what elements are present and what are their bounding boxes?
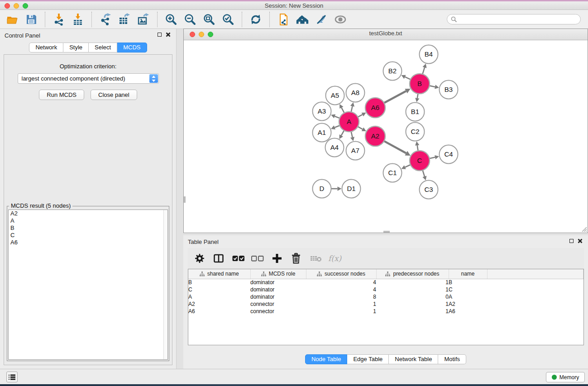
tab-mcds[interactable]: MCDS	[117, 43, 147, 52]
control-panel-tabs: NetworkStyleSelectMCDS	[0, 43, 176, 52]
close-panel-icon[interactable]	[166, 32, 171, 37]
table-row[interactable]: A2connector11A2	[188, 300, 583, 308]
edge-B-B4[interactable]	[422, 67, 425, 74]
refresh-icon[interactable]	[249, 13, 263, 26]
edge-C-C1[interactable]	[405, 165, 411, 167]
eye-icon[interactable]	[334, 13, 347, 26]
result-item[interactable]: A	[9, 217, 167, 224]
edge-A-A4[interactable]	[341, 130, 344, 135]
add-column-icon[interactable]	[272, 252, 282, 265]
network-document-icon[interactable]	[277, 13, 290, 26]
arrowhead-icon	[415, 141, 419, 146]
search-field[interactable]	[447, 14, 581, 24]
result-item[interactable]: A6	[9, 239, 167, 246]
import-table-icon[interactable]	[71, 13, 85, 26]
network-window-titlebar[interactable]: testGlobe.txt	[184, 29, 588, 40]
tab-node-table[interactable]: Node Table	[305, 354, 348, 364]
table-row[interactable]: Adominator80A	[188, 293, 583, 300]
gear-icon[interactable]	[194, 252, 205, 265]
table-row[interactable]: Cdominator41C	[188, 286, 583, 293]
run-mcds-button[interactable]: Run MCDS	[39, 90, 84, 100]
edge-A6-B[interactable]	[384, 91, 406, 103]
trash-icon[interactable]	[291, 252, 301, 265]
criterion-select[interactable]: largest connected component (directed)	[18, 73, 159, 84]
tab-style[interactable]: Style	[63, 43, 89, 52]
zoom-in-icon[interactable]	[164, 13, 178, 26]
edge-A-A2[interactable]	[358, 127, 363, 129]
save-icon[interactable]	[24, 13, 38, 26]
result-list-scrollbar[interactable]	[163, 210, 167, 359]
import-network-icon[interactable]	[52, 13, 66, 26]
table-panel-title: Table Panel	[188, 238, 219, 245]
zoom-selected-icon[interactable]	[221, 13, 235, 26]
list-icon	[9, 374, 15, 380]
edge-C-C2[interactable]	[417, 145, 418, 151]
edge-A-A8[interactable]	[351, 106, 353, 112]
close-panel-button[interactable]: Close panel	[91, 90, 137, 100]
function-slash-icon[interactable]: f	[315, 13, 328, 26]
edge-A-A3[interactable]	[335, 116, 339, 118]
control-panel: Control Panel NetworkStyleSelectMCDS Opt…	[0, 29, 177, 369]
select-all-icon[interactable]	[232, 252, 245, 265]
edge-C-C3[interactable]	[423, 170, 425, 176]
edge-B-B1[interactable]	[417, 94, 418, 98]
edge-A-A7[interactable]	[351, 131, 353, 137]
desktop-strip-bottom	[0, 384, 588, 386]
function-builder-icon: f(x)	[328, 254, 341, 263]
tab-motifs[interactable]: Motifs	[438, 354, 466, 364]
column-header-shared-name[interactable]: shared name	[188, 269, 250, 279]
node-table[interactable]: shared nameMCDS rolesuccessor nodesprede…	[188, 269, 584, 345]
tab-edge-table[interactable]: Edge Table	[347, 354, 389, 364]
arrowhead-icon	[422, 176, 426, 180]
result-item[interactable]: C	[9, 232, 167, 239]
column-header-MCDS-role[interactable]: MCDS role	[250, 269, 306, 279]
edge-B-B3[interactable]	[430, 86, 435, 87]
delete-table-icon	[310, 252, 322, 265]
horizontal-scroll-nub[interactable]	[383, 231, 390, 233]
export-image-icon[interactable]	[137, 13, 150, 26]
toolbar-separator	[157, 12, 158, 27]
tree-icon	[317, 272, 322, 276]
float-table-panel-icon[interactable]	[569, 239, 574, 243]
memory-button[interactable]: Memory	[546, 372, 585, 382]
table-row[interactable]: Bdominator41B	[188, 279, 583, 286]
search-input[interactable]	[457, 16, 577, 23]
node-label-C1: C1	[388, 169, 397, 176]
edge-B-B2[interactable]	[405, 77, 411, 80]
resize-grip-icon[interactable]	[581, 226, 587, 232]
result-item[interactable]: B	[9, 224, 167, 232]
result-item[interactable]: A2	[9, 210, 167, 217]
network-graph[interactable]: AA1A3A5A8A4A7A6A2BB2B4B3B1CC2C4C1C3DD1	[184, 40, 588, 233]
arrowhead-icon	[415, 98, 419, 102]
task-history-button[interactable]	[6, 372, 18, 382]
edge-A-A1[interactable]	[335, 125, 339, 128]
tree-icon	[200, 272, 205, 276]
columns-icon[interactable]	[213, 252, 224, 265]
zoom-out-icon[interactable]	[183, 13, 197, 26]
edge-A-A5[interactable]	[341, 108, 344, 113]
edge-C-C4[interactable]	[429, 157, 435, 159]
edge-A2-C[interactable]	[384, 141, 406, 153]
control-panel-title: Control Panel	[5, 32, 40, 39]
export-network-icon[interactable]	[99, 13, 112, 26]
toolbar-separator	[269, 12, 270, 27]
column-header-successor-nodes[interactable]: successor nodes	[306, 269, 376, 279]
zoom-fit-icon[interactable]	[202, 13, 216, 26]
close-table-panel-icon[interactable]	[578, 238, 583, 243]
table-row[interactable]: A6connector11A6	[188, 308, 583, 315]
houses-icon[interactable]	[296, 13, 309, 26]
network-canvas[interactable]: AA1A3A5A8A4A7A6A2BB2B4B3B1CC2C4C1C3DD1	[184, 40, 588, 233]
mcds-result-list[interactable]: A2ABCA6	[8, 210, 168, 360]
vertical-scroll-nub[interactable]	[184, 196, 186, 203]
float-panel-icon[interactable]	[158, 33, 162, 37]
tab-network-table[interactable]: Network Table	[389, 354, 438, 364]
edge-A-A6[interactable]	[358, 114, 362, 117]
tab-select[interactable]: Select	[89, 43, 117, 52]
column-header-name[interactable]: name	[449, 269, 487, 279]
column-header-predecessor-nodes[interactable]: predecessor nodes	[376, 269, 449, 279]
open-folder-icon[interactable]	[5, 13, 19, 26]
node-label-C3: C3	[424, 186, 433, 193]
tab-network[interactable]: Network	[29, 43, 63, 52]
deselect-all-icon[interactable]	[251, 252, 264, 265]
export-table-icon[interactable]	[118, 13, 131, 26]
